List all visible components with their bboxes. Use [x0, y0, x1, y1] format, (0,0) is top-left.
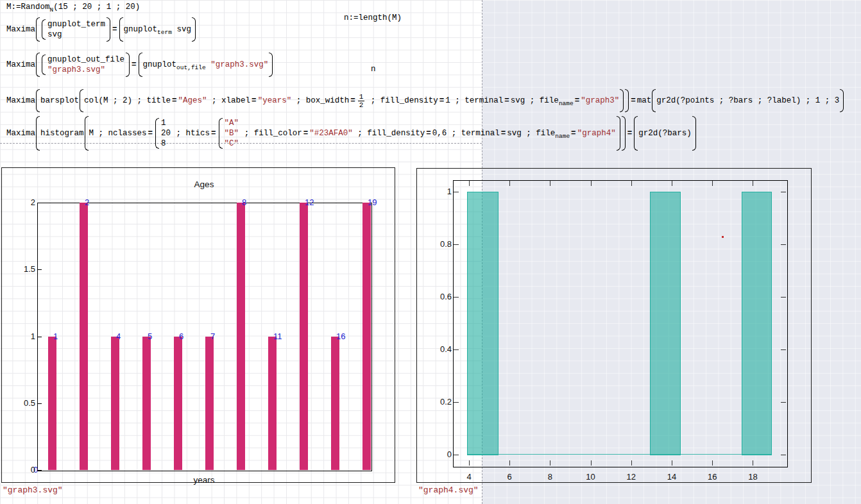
formula-gnuplot-out-file[interactable]: Maximagnuplot_out_file"graph3.svg"=gnupl…: [6, 53, 273, 77]
x-tick-bottom: [712, 460, 713, 466]
big-paren: [192, 17, 196, 42]
y-tick-label: 0: [8, 465, 35, 475]
big-paren: [620, 89, 624, 112]
y-tick-right: [781, 244, 786, 245]
y-tick-label: 0.6: [425, 292, 452, 301]
plot-frame: [453, 180, 788, 467]
y-tick-label: 2: [8, 197, 35, 207]
brace: [42, 55, 46, 75]
y-tick: [37, 269, 42, 270]
vector-stack: gnuplot_out_file"graph3.svg": [41, 55, 124, 75]
x-tick-label: 14: [659, 472, 685, 482]
chart-xlabel: years: [37, 475, 371, 485]
big-paren: [617, 116, 620, 151]
x-tick-label: 4: [456, 472, 482, 482]
brace: [219, 118, 223, 149]
x-tick-top: [591, 181, 592, 186]
x-tick-top: [631, 181, 632, 186]
y-tick: [37, 403, 42, 404]
y-tick: [37, 203, 42, 203]
y-tick-right: [781, 402, 786, 403]
x-tick-top: [753, 181, 753, 186]
big-paren: [625, 89, 629, 112]
big-paren: [126, 53, 130, 77]
big-paren: [139, 53, 142, 77]
big-paren: [36, 17, 40, 42]
big-paren: [36, 116, 40, 151]
formula-histogram[interactable]: MaximahistogramM ; nclasses=1208 ; htics…: [6, 116, 697, 151]
bar-value-label: 8: [242, 197, 246, 207]
y-tick-right: [781, 192, 786, 192]
bar-value-label: 11: [273, 332, 282, 341]
bar: [80, 203, 88, 470]
chart-title: Ages: [37, 180, 371, 189]
big-paren: [80, 89, 83, 112]
big-paren: [840, 89, 844, 112]
y-tick-right: [781, 349, 786, 350]
x-tick-top: [469, 181, 470, 186]
bar-value-label: 7: [210, 332, 215, 341]
big-paren: [85, 116, 89, 151]
big-paren: [622, 116, 626, 151]
histogram-chart[interactable]: 00.20.40.60.814681012141618: [416, 168, 812, 483]
y-tick-left: [454, 192, 459, 192]
bar-value-label: 5: [148, 332, 152, 341]
vector-stack: "A""B""C": [218, 118, 239, 149]
y-tick-left: [454, 455, 459, 455]
histogram-bar: [467, 192, 499, 455]
y-tick-label: 0: [425, 449, 452, 459]
big-paren: [692, 116, 696, 151]
x-tick-label: 8: [537, 472, 563, 482]
formula-gnuplot-term[interactable]: Maximagnuplot_termsvg=gnuplotterm svg: [6, 17, 196, 42]
bar: [331, 337, 339, 471]
x-tick-bottom: [550, 460, 550, 466]
barsplot-chart[interactable]: Ages years 000.511.52124567811121619: [1, 167, 395, 483]
bar-value-label: 4: [116, 332, 121, 341]
brace: [42, 19, 46, 40]
formula-length[interactable]: n:=length(M): [344, 12, 402, 24]
y-tick-label: 1.5: [8, 264, 35, 274]
bar: [362, 203, 371, 470]
x-tick-label: 12: [618, 472, 644, 482]
big-paren: [269, 53, 273, 77]
vector-stack: gnuplot_termsvg: [41, 19, 105, 40]
histogram-baseline: [467, 454, 772, 455]
big-paren: [652, 89, 656, 112]
fraction: 12: [358, 93, 365, 109]
y-tick-label: 0.4: [425, 344, 452, 354]
bar: [268, 337, 277, 471]
y-tick-left: [454, 402, 459, 403]
brace: [155, 118, 159, 149]
y-tick-right: [781, 455, 786, 455]
histogram-bar: [742, 192, 772, 455]
formula-barsplot[interactable]: Maximabarsplotcol(M ; 2) ; title="Ages" …: [6, 89, 844, 112]
y-tick-left: [454, 349, 459, 350]
x-tick-bottom: [469, 460, 470, 466]
bar-value-label: 12: [305, 197, 314, 207]
bar: [174, 337, 182, 471]
graph3-filename: "graph3.svg": [3, 485, 63, 495]
x-tick-top: [672, 181, 672, 186]
formula-random-matrix[interactable]: M:=RandomN(15 ; 20 ; 1 ; 20): [6, 1, 140, 13]
x-tick-bottom: [631, 460, 632, 466]
x-tick-label: 18: [740, 472, 765, 482]
bar-value-label: 19: [368, 197, 377, 207]
y-tick-label: 1: [425, 187, 452, 196]
big-paren: [36, 53, 40, 77]
bar: [237, 203, 245, 470]
big-paren: [634, 116, 638, 151]
bar: [300, 203, 308, 470]
big-paren: [119, 17, 123, 42]
y-tick-label: 0.8: [425, 239, 452, 249]
y-tick-left: [454, 244, 459, 245]
bar: [205, 337, 214, 471]
big-paren: [107, 17, 110, 42]
bar-value-label: 6: [179, 332, 183, 341]
bar-value-label: 1: [53, 332, 58, 341]
big-paren: [36, 89, 40, 112]
y-tick-label: 0.5: [8, 398, 35, 408]
y-tick-label: 1: [8, 332, 35, 341]
bar-value-label: 16: [336, 332, 345, 341]
x-tick-bottom: [591, 460, 592, 466]
formula-n[interactable]: n: [371, 64, 376, 74]
